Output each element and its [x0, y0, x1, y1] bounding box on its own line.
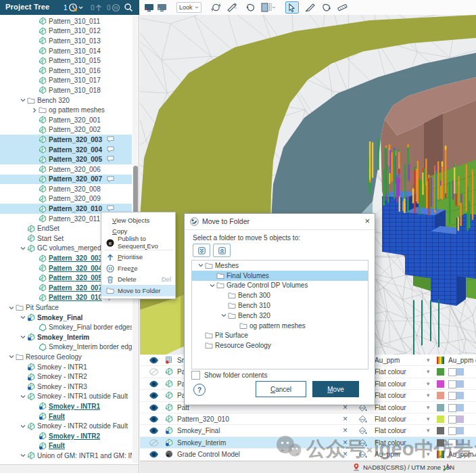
folder-tree-item-resource-geology[interactable]: Resource Geology [192, 340, 368, 351]
measure-tool-button[interactable] [337, 2, 348, 13]
folder-tree-item-bench-310[interactable]: Bench 310 [192, 300, 368, 311]
help-button[interactable]: ? [193, 384, 206, 396]
tree-expander[interactable] [18, 335, 27, 339]
comment-bubble-icon[interactable] [107, 146, 114, 153]
visibility-eye-icon[interactable] [149, 357, 159, 365]
visibility-eye-off-icon[interactable] [149, 368, 159, 377]
folder-tree-item-meshes[interactable]: Meshes [192, 261, 368, 271]
folder-tree-item-og-pattern-meshes[interactable]: og pattern meshes [192, 321, 368, 331]
colouring-dropdown[interactable]: Flat colour [375, 439, 406, 447]
secondary-swatch[interactable] [456, 439, 464, 447]
chevron-down-icon[interactable]: ▾ [427, 427, 430, 434]
folder-tree-item-bench-300[interactable]: Bench 300 [192, 290, 368, 300]
paint-bucket-icon[interactable] [358, 450, 367, 460]
tree-expander[interactable] [18, 395, 27, 399]
remove-from-scene-button[interactable]: × [343, 438, 348, 447]
comment-bubble-icon[interactable] [107, 156, 114, 164]
tree-item-pattern-320-005[interactable]: Pattern_320_005 [0, 154, 132, 164]
tree-item-pattern-320-007[interactable]: Pattern_320_007 [0, 175, 132, 185]
paused-tasks-button[interactable]: 0 [107, 1, 120, 14]
legend-checkbox[interactable] [448, 368, 456, 376]
tree-expander[interactable] [18, 315, 27, 319]
visibility-eye-icon[interactable] [149, 404, 159, 413]
tree-item-pattern-320-001[interactable]: Pattern_320_001 [0, 115, 132, 125]
tree-item-smokey-intr1[interactable]: Smokey - INTR1 [0, 401, 132, 411]
secondary-swatch[interactable] [456, 404, 464, 411]
tree-item-pattern-310-016[interactable]: Pattern_310_016 [0, 66, 132, 76]
tree-expander[interactable] [208, 284, 216, 288]
colormap-swatch[interactable] [437, 451, 444, 458]
remove-from-scene-button[interactable]: × [343, 426, 348, 435]
menu-item-move-to-folder[interactable]: Move to Folder [101, 285, 175, 296]
comment-bubble-icon[interactable] [107, 136, 114, 144]
cancel-button[interactable]: Cancel [256, 381, 306, 397]
remove-from-scene-button[interactable]: × [343, 449, 348, 459]
tree-item-pattern-320-003[interactable]: Pattern_320_003 [0, 135, 132, 145]
colouring-dropdown[interactable]: Au_ppm [375, 357, 400, 364]
legend-checkbox[interactable] [448, 427, 456, 435]
tree-expander[interactable] [18, 98, 27, 102]
colouring-dropdown[interactable]: Flat colour [375, 380, 406, 388]
tree-item-smokey-intr1-outside-fault[interactable]: Smokey - INTR1 outside Fault [0, 392, 132, 402]
colouring-dropdown[interactable]: Flat colour [375, 415, 406, 423]
paint-bucket-icon[interactable] [358, 426, 367, 436]
tree-item-og-pattern-meshes[interactable]: og pattern meshes [0, 105, 132, 115]
split-view-button[interactable] [261, 2, 276, 13]
secondary-swatch[interactable] [456, 392, 464, 399]
chevron-down-icon[interactable]: ▾ [427, 380, 430, 387]
tree-item-smokey-intr2-outside-fault[interactable]: Smokey - INTR2 outside Fault [0, 421, 132, 431]
comment-bubble-icon[interactable] [107, 136, 114, 143]
colour-swatch[interactable] [437, 439, 444, 447]
colouring-dropdown[interactable]: Flat colour [375, 392, 406, 399]
dialog-titlebar[interactable]: Move to Folder × [185, 214, 375, 230]
colouring-dropdown[interactable]: Flat colour [375, 404, 406, 411]
orbit-tool-button[interactable] [211, 2, 221, 13]
chevron-down-icon[interactable]: ▾ [427, 451, 430, 457]
visibility-eye-icon[interactable] [149, 404, 159, 411]
paint-bucket-icon[interactable] [358, 438, 367, 449]
tree-item-bench-320[interactable]: Bench 320 [0, 95, 132, 106]
tree-item-smokey-intr3[interactable]: Smokey - INTR3 [0, 382, 132, 392]
secondary-swatch[interactable] [456, 427, 464, 434]
tree-item-pattern-310-017[interactable]: Pattern_310_017 [0, 76, 132, 86]
visibility-eye-icon[interactable] [149, 451, 159, 459]
folder-tree-item-final-volumes[interactable]: Final Volumes [192, 271, 368, 281]
tree-item-smokey-intr1[interactable]: Smokey - INTR1 [0, 362, 132, 372]
tree-item-smokey-intr2[interactable]: Smokey - INTR2 [0, 431, 132, 441]
colouring-dropdown[interactable]: Flat colour [375, 368, 406, 376]
chevron-down-icon[interactable]: ▾ [427, 404, 430, 411]
colour-swatch[interactable] [437, 368, 444, 376]
colormap-swatch[interactable] [437, 357, 444, 364]
tree-item-pattern-320-004[interactable]: Pattern_320_004 [0, 145, 132, 155]
crs-label[interactable]: NAD83(CSRS) / UTM zone 19N [363, 464, 454, 471]
tree-expander[interactable] [18, 424, 27, 428]
dialog-close-button[interactable]: × [364, 216, 370, 226]
folder-tree-item-grade-control-dp-volumes[interactable]: Grade Control DP Volumes [192, 281, 368, 291]
legend-checkbox[interactable] [448, 380, 456, 388]
tree-item-pattern-320-008[interactable]: Pattern_320_008 [0, 184, 132, 194]
tree-item-resource-geology[interactable]: Resource Geology [0, 352, 132, 362]
tree-expander[interactable] [7, 355, 16, 359]
visibility-eye-icon[interactable] [149, 392, 159, 401]
comment-bubble-icon[interactable] [107, 176, 114, 183]
chevron-down-icon[interactable]: ▾ [427, 357, 430, 363]
scene-view-button[interactable] [144, 2, 154, 13]
menu-item-publish-to-seequent-evo[interactable]: ePublish to Seequent Evo [101, 237, 175, 248]
shape-list-row-smokey-final[interactable]: Smokey_Final×Flat colour▾ [140, 425, 476, 436]
visibility-eye-icon[interactable] [149, 380, 159, 388]
legend-checkbox[interactable] [448, 392, 456, 400]
visibility-eye-off-icon[interactable] [149, 439, 159, 447]
shape-list-row-grade-control-model[interactable]: Grade Control Model×Au_ppm▾Au_ppm co... [140, 449, 476, 460]
legend-checkbox[interactable] [448, 439, 456, 447]
folder-tree-item-bench-320[interactable]: Bench 320 [192, 311, 368, 321]
tree-expander[interactable] [30, 108, 39, 113]
checkbox[interactable] [191, 371, 200, 380]
tree-item-pattern-320-009[interactable]: Pattern_320_009 [0, 194, 132, 204]
tree-item-union-of-gm-intr1-and-gm-intr2-a-[interactable]: Union of GM: INTR1 and GM: INTR2 a... [0, 451, 132, 461]
comment-bubble-icon[interactable] [107, 156, 114, 162]
visibility-eye-icon[interactable] [149, 415, 159, 424]
tree-item-pattern-310-014[interactable]: Pattern_310_014 [0, 46, 132, 56]
polyline-tool-button[interactable] [245, 2, 256, 13]
upload-tasks-button[interactable]: 0 [91, 1, 102, 14]
visibility-eye-icon[interactable] [149, 392, 159, 399]
